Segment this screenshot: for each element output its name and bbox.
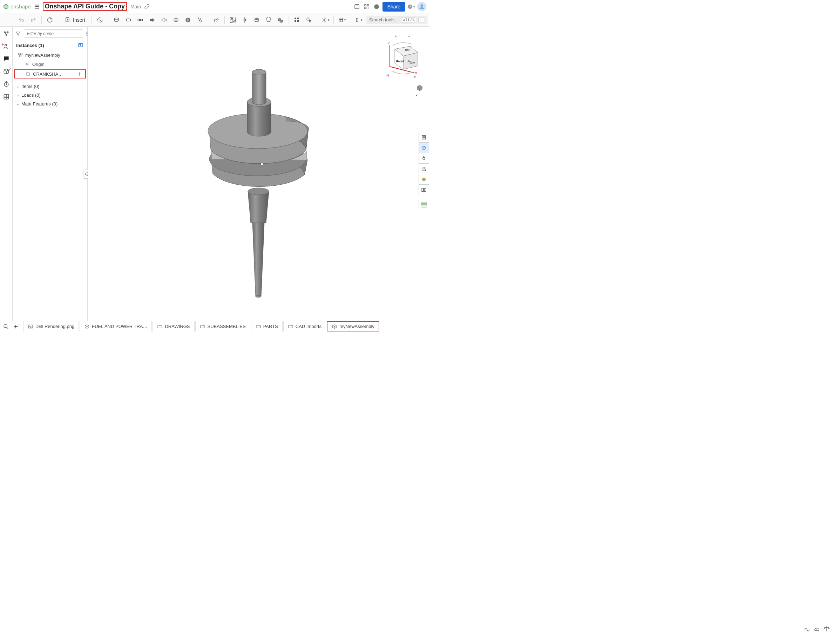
svg-point-69 — [27, 64, 28, 64]
rail-right-render-icon[interactable] — [419, 200, 429, 210]
user-avatar[interactable] — [417, 2, 426, 11]
insert-label: Insert — [73, 17, 85, 23]
svg-point-42 — [309, 20, 311, 22]
svg-rect-38 — [297, 18, 299, 19]
section-items[interactable]: ⌄ Items (0) — [13, 82, 87, 91]
tab-mynewassembly[interactable]: myNewAssembly — [327, 321, 380, 331]
svg-point-28 — [187, 18, 189, 22]
tree-origin-row[interactable]: Origin — [13, 59, 87, 69]
svg-point-26 — [186, 18, 190, 22]
svg-rect-111 — [424, 188, 425, 191]
rail-package-icon[interactable]: ? — [3, 68, 10, 75]
folder-icon — [256, 324, 261, 329]
canvas-3d-viewport[interactable]: ▲ ▲ z x Top Front Right ◀ ▶ — [88, 27, 429, 321]
section-mate-features[interactable]: ⌄ Mate Features (0) — [13, 100, 87, 108]
display-dropdown[interactable]: ▾ — [336, 15, 347, 25]
svg-marker-0 — [4, 4, 8, 9]
insert-button[interactable]: Insert — [61, 15, 89, 25]
svg-point-20 — [114, 18, 119, 19]
tab-cad-imports[interactable]: CAD Imports — [283, 321, 326, 331]
tabs-row: Drill Rendering.pngFUEL AND POWER TRA…DR… — [22, 321, 429, 331]
mate-slider-icon[interactable] — [135, 15, 145, 25]
filter-input[interactable] — [24, 29, 83, 38]
branch-label[interactable]: Main — [130, 4, 141, 10]
hamburger-menu[interactable] — [33, 3, 41, 11]
mate-cylindrical-icon[interactable] — [159, 15, 169, 25]
undo-button[interactable] — [16, 15, 27, 25]
add-tab-icon[interactable] — [13, 323, 19, 330]
kbd-hint-1: alt/⌥ — [401, 17, 416, 22]
mate-connector-badge-icon — [77, 71, 82, 77]
tab-subassemblies[interactable]: SUBASSEMBLIES — [195, 321, 250, 331]
mate-planar-icon[interactable] — [147, 15, 158, 25]
mate-ball-icon[interactable] — [183, 15, 193, 25]
tangent-icon[interactable] — [211, 15, 222, 25]
tree-crankshaft-row[interactable]: CRANKSHA… — [14, 69, 86, 79]
gears-icon[interactable] — [304, 15, 314, 25]
refresh-icon[interactable] — [45, 15, 55, 25]
svg-line-103 — [424, 147, 426, 148]
section-view-dropdown[interactable]: ▾ — [353, 15, 363, 25]
section-loads-label: Loads (0) — [21, 93, 41, 98]
rail-timer-icon[interactable] — [3, 80, 10, 88]
group-icon[interactable] — [228, 15, 238, 25]
svg-rect-37 — [294, 18, 296, 19]
filter-icon[interactable] — [15, 31, 21, 37]
pattern-icon[interactable] — [292, 15, 302, 25]
learning-icon[interactable] — [373, 3, 380, 11]
help-icon[interactable]: ? ▾ — [407, 3, 415, 11]
tab-parts[interactable]: PARTS — [251, 321, 283, 331]
mate-pin-icon[interactable] — [171, 15, 181, 25]
rail-assembly-icon[interactable] — [3, 30, 10, 37]
history-icon[interactable] — [95, 15, 105, 25]
custom-properties-icon[interactable] — [353, 3, 361, 11]
svg-rect-8 — [365, 5, 367, 6]
rail-right-props-icon[interactable] — [419, 132, 429, 142]
search-placeholder: Search tools… — [369, 17, 399, 22]
feature-tools-dropdown[interactable]: ▾ — [320, 15, 331, 25]
rail-table-icon[interactable] — [3, 93, 10, 100]
search-tools[interactable]: Search tools… alt/⌥ c — [367, 16, 427, 24]
mate-parallel-icon[interactable] — [195, 15, 205, 25]
tree-assembly-row[interactable]: myNewAssembly — [13, 50, 87, 59]
svg-point-27 — [186, 19, 190, 21]
tab-drill-rendering-png[interactable]: Drill Rendering.png — [23, 321, 79, 331]
svg-point-60 — [87, 32, 87, 32]
svg-rect-98 — [422, 135, 425, 139]
svg-text:◀: ◀ — [386, 73, 389, 77]
tab-fuel-and-power-tra-[interactable]: FUEL AND POWER TRA… — [80, 321, 152, 331]
svg-point-74 — [256, 296, 261, 297]
rail-comment-icon[interactable] — [3, 55, 10, 63]
mate-connector-icon[interactable] — [240, 15, 250, 25]
svg-point-75 — [248, 188, 269, 195]
rail-right-section-icon[interactable] — [419, 163, 429, 174]
rail-right-bom-icon[interactable] — [419, 184, 429, 195]
apps-icon[interactable] — [363, 3, 371, 11]
mate-revolute-icon[interactable] — [123, 15, 133, 25]
rail-add-person-icon[interactable]: + — [3, 43, 10, 50]
rail-right-materials-icon[interactable] — [419, 174, 429, 184]
rail-right-iso-icon[interactable] — [419, 142, 429, 153]
chevron-down-icon: ⌄ — [16, 93, 19, 97]
tab-label: CAD Imports — [296, 324, 322, 329]
snap-icon[interactable] — [263, 15, 274, 25]
document-title[interactable]: Onshape API Guide - Copy — [43, 2, 127, 11]
search-tab-icon[interactable] — [3, 323, 9, 330]
share-button[interactable]: Share — [383, 2, 405, 11]
tab-drawings[interactable]: DRAWINGS — [153, 321, 194, 331]
display-mode-dropdown[interactable]: ▾ — [416, 84, 423, 97]
svg-point-117 — [4, 324, 7, 328]
section-loads[interactable]: ⌄ Loads (0) — [13, 91, 87, 100]
replicate-icon[interactable] — [275, 15, 286, 25]
mate-fastened-icon[interactable] — [111, 15, 122, 25]
link-icon[interactable] — [143, 3, 151, 11]
add-instance-icon[interactable]: + — [77, 42, 84, 48]
brand-logo[interactable]: onshape — [3, 3, 31, 10]
relations-icon[interactable] — [251, 15, 262, 25]
section-items-label: Items (0) — [21, 84, 39, 89]
redo-button[interactable] — [28, 15, 39, 25]
svg-rect-40 — [297, 20, 299, 21]
rail-right-grab-icon[interactable] — [419, 153, 429, 163]
view-cube[interactable]: ▲ ▲ z x Top Front Right ◀ ▶ — [380, 32, 422, 80]
folder-icon — [200, 324, 206, 329]
